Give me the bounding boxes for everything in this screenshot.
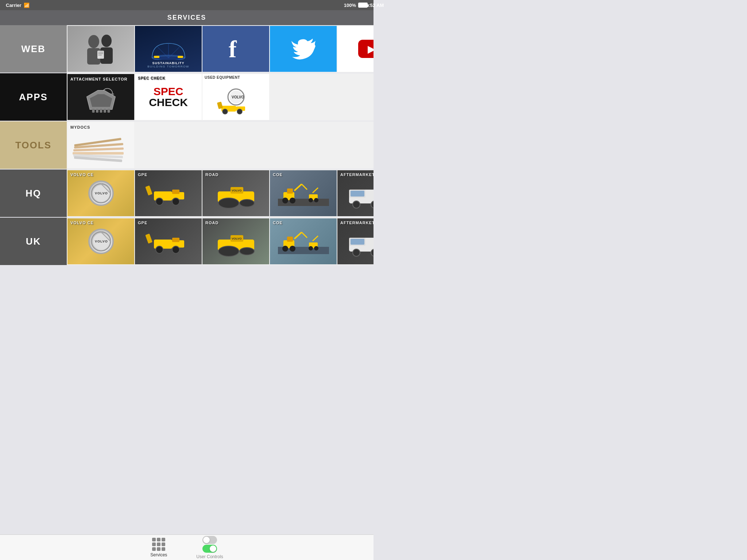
svg-rect-79: [172, 238, 179, 242]
svg-point-46: [156, 198, 163, 205]
bucket-icon: VOLVO: [85, 87, 117, 113]
web-sustainability-card[interactable]: SUSTAINABILITY BUILDING TOMORROW: [135, 26, 202, 72]
web-facebook-card[interactable]: f: [202, 26, 269, 72]
section-items-hq: VOLVO CE VOLVO GPE: [67, 170, 374, 217]
svg-rect-48: [145, 186, 152, 196]
used-equip-icon: VOLVO: [210, 86, 262, 115]
section-items-tools: MYDOCS: [67, 121, 374, 169]
svg-point-0: [88, 35, 99, 48]
svg-rect-6: [98, 53, 103, 54]
svg-point-80: [156, 246, 163, 253]
hq-aftermarket-label: AFTERMARKET: [340, 172, 374, 177]
uk-coe-label: COE: [273, 221, 283, 225]
mydocs-card[interactable]: MYDOCS: [67, 122, 134, 168]
hq-gpe-label: GPE: [138, 172, 147, 177]
hq-road-card[interactable]: ROAD VOLVO: [202, 170, 269, 216]
svg-text:VOLVO: VOLVO: [232, 237, 241, 240]
svg-rect-103: [351, 239, 364, 245]
svg-text:VOLVO: VOLVO: [232, 95, 244, 99]
svg-point-50: [218, 198, 239, 208]
svg-rect-69: [351, 191, 364, 197]
hq-gpe-card[interactable]: GPE: [135, 170, 202, 216]
page-title: SERVICES: [167, 14, 206, 21]
uk-gpe-card[interactable]: GPE: [135, 218, 202, 264]
svg-rect-7: [98, 55, 102, 55]
uk-volvo-logo: VOLVO: [88, 229, 114, 254]
svg-rect-82: [145, 234, 152, 244]
hq-volvoCE-card[interactable]: VOLVO CE VOLVO: [67, 170, 134, 216]
svg-rect-45: [172, 190, 179, 194]
svg-point-67: [353, 201, 360, 208]
svg-rect-90: [287, 237, 293, 242]
svg-rect-32: [217, 101, 222, 109]
building-tomorrow-label: BUILDING TOMORROW: [147, 65, 189, 68]
section-label-apps: APPS: [0, 73, 67, 121]
used-equipment-card[interactable]: USED EQUIPMENT VOLVO: [202, 74, 269, 120]
uk-road-card[interactable]: ROAD VOLVO: [202, 218, 269, 264]
hq-coe-label: COE: [273, 172, 283, 177]
hq-volvoCE-label: VOLVO CE: [70, 172, 94, 177]
svg-text:VOLVO: VOLVO: [95, 191, 108, 195]
svg-point-51: [240, 199, 254, 207]
svg-rect-36: [73, 152, 124, 155]
svg-point-31: [237, 109, 242, 114]
gpe-machinery-icon: [143, 177, 194, 210]
svg-point-98: [314, 246, 318, 250]
spec-check-card[interactable]: SPEC CHECK SPEC CHECK: [135, 74, 202, 120]
dome-icon: [150, 40, 187, 60]
sustainability-label: SUSTAINABILITY: [152, 61, 185, 65]
section-tools: TOOLS MYDOCS: [0, 121, 374, 170]
people-icon: [79, 31, 123, 67]
hq-aftermarket-card[interactable]: AFTERMARKET: [337, 170, 374, 216]
svg-text:f: f: [229, 36, 237, 62]
road-machinery-icon: VOLVO: [210, 177, 262, 210]
attachment-selector-card[interactable]: ATTACHMENT SELECTOR VOLVO: [67, 74, 134, 120]
uk-aftermarket-label: AFTERMARKET: [340, 221, 374, 225]
svg-rect-23: [104, 109, 106, 113]
svg-point-59: [282, 198, 288, 203]
web-blog-card[interactable]: [67, 26, 134, 72]
svg-rect-56: [287, 188, 293, 194]
svg-rect-21: [96, 109, 98, 113]
hq-coe-card[interactable]: COE: [270, 170, 337, 216]
svg-text:VOLVO: VOLVO: [95, 240, 108, 243]
facebook-icon: f: [223, 36, 249, 62]
uk-coe-card[interactable]: COE: [270, 218, 337, 264]
uk-road-icon: VOLVO: [210, 225, 262, 258]
svg-rect-5: [98, 52, 103, 52]
nav-bar: SERVICES: [0, 10, 374, 25]
section-hq: HQ VOLVO CE VOLVO: [0, 170, 374, 218]
svg-point-93: [282, 246, 288, 252]
web-twitter-card[interactable]: [270, 26, 337, 72]
svg-point-101: [353, 249, 360, 256]
section-items-apps: ATTACHMENT SELECTOR VOLVO: [67, 73, 374, 121]
section-label-tools: TOOLS: [0, 121, 67, 169]
svg-point-60: [290, 198, 295, 203]
spec-check-overlay-label: SPEC CHECK: [138, 76, 166, 80]
volvo-logo: VOLVO: [88, 180, 114, 206]
section-apps: APPS ATTACHMENT SELECTOR VOLVO: [0, 73, 374, 121]
section-label-hq: HQ: [0, 170, 67, 217]
uk-gpe-icon: [143, 225, 194, 258]
battery-icon: [358, 3, 368, 8]
youtube-icon: ▶: [358, 40, 374, 58]
battery-label: 100%: [344, 3, 356, 8]
web-youtube1-card[interactable]: ▶: [337, 26, 374, 72]
svg-line-57: [294, 184, 302, 191]
carrier-label: Carrier: [6, 3, 22, 8]
svg-rect-13: [154, 56, 159, 58]
svg-point-30: [222, 109, 228, 114]
uk-gpe-label: GPE: [138, 221, 147, 225]
svg-rect-24: [107, 109, 110, 113]
section-label-uk: UK: [0, 218, 67, 265]
uk-volvoCE-card[interactable]: VOLVO CE VOLVO: [67, 218, 134, 264]
status-bar: Carrier 📶 11:52 AM 100%: [0, 0, 374, 10]
uk-coe-icon: [276, 225, 331, 258]
svg-line-62: [313, 188, 318, 193]
hq-road-label: ROAD: [205, 172, 218, 177]
svg-point-85: [240, 248, 254, 255]
svg-rect-20: [92, 109, 94, 113]
svg-line-58: [302, 184, 307, 190]
uk-aftermarket-card[interactable]: AFTERMARKET: [337, 218, 374, 264]
mydocs-label: MYDOCS: [70, 125, 90, 129]
